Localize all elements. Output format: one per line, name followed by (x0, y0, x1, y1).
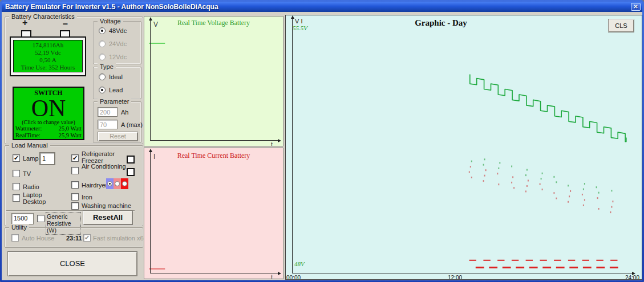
rt-voltage-x-axis-arrow-icon (278, 139, 281, 142)
title-bar[interactable]: Battery Emulator For Inverter v1.5 - Aut… (2, 2, 642, 12)
washing-machine-checkbox[interactable] (71, 202, 79, 210)
hairdryer-power-mid[interactable] (114, 178, 121, 189)
rt-current-x-label: t (271, 273, 273, 279)
tv-label: TV (23, 170, 31, 177)
refrigerator-checkbox[interactable]: ✔ (71, 154, 79, 162)
tv-checkbox[interactable] (13, 170, 20, 177)
battery-capacity-value: 174,8116Ah (14, 42, 82, 49)
rt-current-y-label: I (153, 153, 155, 161)
hairdryer-power-high-radio (122, 181, 127, 186)
utility-group-label: Utility (9, 224, 29, 231)
realtime-value: 25,9 Watt (59, 132, 82, 139)
day-x-tick-1200: 12:00 (448, 275, 462, 280)
fast-simulation-label: Fast simulation x60 (93, 235, 147, 242)
air-conditioning-checkbox[interactable] (71, 167, 79, 174)
ah-unit-label: Ah (121, 109, 128, 116)
app-window: Battery Emulator For Inverter v1.5 - Aut… (0, 0, 644, 282)
radio-48vdc-label: 48Vdc (109, 27, 127, 34)
amax-input[interactable]: 70 (98, 120, 118, 129)
refrigerator-indicator (127, 156, 135, 164)
radio-24vdc[interactable] (99, 40, 106, 47)
rt-voltage-chart-panel: Real Time Voltage Battery V t (144, 16, 283, 146)
radio-ideal-label: Ideal (109, 73, 123, 80)
wattmeter-label: Wattmeter: (15, 125, 42, 132)
voltage-group-label: Voltage (98, 18, 123, 24)
auto-house-label: Auto House (22, 235, 54, 242)
lamp-checkbox[interactable]: ✔ (13, 154, 20, 162)
day-y-top-label: 55.5V (293, 24, 307, 31)
rt-voltage-x-axis (150, 140, 279, 141)
day-chart-panel: Graphic - Day CLS V I 55.5V 48V 00:00 12… (285, 15, 642, 280)
hairdryer-power-mid-radio (115, 181, 120, 186)
refrigerator-label: Refrigerator Freezer (82, 150, 127, 164)
day-x-tick-0000: 00:00 (286, 275, 301, 280)
wattmeter-value: 25,0 Watt (59, 125, 82, 132)
switch-hint: (Click to change value) (14, 119, 83, 125)
parameter-group: Parameter 200 Ah 70 A (max) Reset (93, 101, 141, 143)
rt-current-chart-canvas (144, 148, 283, 279)
generic-watts-input[interactable]: 1500 (11, 213, 34, 224)
laptop-label: Laptop Desktop (23, 191, 54, 205)
utility-time-value: 23:11 (66, 235, 82, 242)
day-y-axis (292, 18, 293, 273)
laptop-checkbox[interactable] (13, 194, 20, 202)
day-x-axis (292, 273, 633, 273)
window-title: Battery Emulator For Inverter v1.5 - Aut… (5, 3, 218, 11)
rt-current-chart-panel: Real Time Current Battery I t (144, 148, 283, 279)
day-y-axis-arrow-icon (291, 15, 294, 19)
window-close-button[interactable]: ✕ (631, 3, 641, 11)
radio-load-checkbox[interactable] (13, 183, 20, 190)
close-button[interactable]: CLOSE (7, 251, 137, 276)
fast-simulation-checkbox[interactable]: ✔ (83, 234, 91, 242)
rt-voltage-y-label: V (153, 21, 158, 28)
radio-lead[interactable] (99, 87, 106, 93)
day-chart-canvas (286, 15, 642, 280)
iron-label: Iron (82, 194, 92, 201)
rt-current-x-axis (150, 273, 279, 273)
battery-lcd-display: 174,8116Ah 52,19 Vdc 0,50 A Time Use: 35… (13, 40, 83, 72)
battery-switch-panel[interactable]: SWITCH ON (Click to change value) Wattme… (13, 87, 84, 140)
rt-voltage-y-axis (150, 20, 151, 141)
radio-lead-label: Lead (109, 87, 123, 93)
lamp-qty-input[interactable]: 1 (39, 152, 55, 165)
battery-voltage-value: 52,19 Vdc (14, 49, 82, 56)
auto-house-checkbox[interactable] (11, 234, 19, 242)
client-area: Battery Characteristics + – 174,8116Ah 5… (2, 12, 642, 280)
hairdryer-power-high[interactable] (121, 178, 128, 189)
radio-48vdc[interactable] (99, 27, 106, 34)
radio-12vdc[interactable] (99, 54, 106, 60)
iron-checkbox[interactable] (71, 193, 79, 201)
battery-plus-terminal-label: + (22, 18, 27, 28)
radio-ideal[interactable] (99, 73, 106, 80)
amax-unit-label: A (max) (121, 121, 143, 128)
day-y-axis-label: V I (295, 18, 302, 24)
rt-voltage-y-axis-arrow-icon (149, 17, 152, 21)
radio-24vdc-label: 24Vdc (109, 40, 127, 47)
load-manual-label: Load Manual (9, 142, 50, 149)
rt-current-y-axis (150, 152, 151, 273)
reset-button[interactable]: Reset (98, 132, 138, 141)
switch-state-value: ON (14, 97, 83, 119)
hairdryer-power-low-radio (107, 181, 112, 186)
close-icon: ✕ (633, 3, 638, 10)
realtime-label: RealTime: (15, 132, 40, 139)
hairdryer-checkbox[interactable] (71, 181, 79, 189)
type-group: Type Ideal Lead (93, 67, 141, 99)
radio-load-label: Radio (23, 183, 39, 190)
radio-12vdc-label: 12Vdc (109, 54, 127, 60)
rt-voltage-chart-canvas (144, 17, 283, 146)
battery-current-value: 0,50 A (14, 56, 82, 64)
generic-resistive-checkbox[interactable] (37, 215, 44, 222)
hairdryer-label: Hairdryer (82, 182, 107, 189)
hairdryer-power-low[interactable] (106, 178, 114, 189)
ah-input[interactable]: 200 (98, 107, 118, 117)
lamp-label: Lamp (23, 155, 39, 162)
day-x-tick-2400: 24:00 (625, 275, 639, 280)
air-conditioning-label: Air Conditioning (82, 163, 130, 170)
voltage-group: Voltage 48Vdc 24Vdc 12Vdc (93, 21, 141, 64)
air-conditioning-indicator (127, 168, 135, 176)
battery-time-use-value: Time Use: 352 Hours (14, 64, 82, 71)
reset-all-button[interactable]: ResetAll (83, 210, 133, 225)
rt-voltage-x-label: t (271, 141, 273, 146)
hairdryer-power-selector[interactable] (106, 178, 128, 189)
